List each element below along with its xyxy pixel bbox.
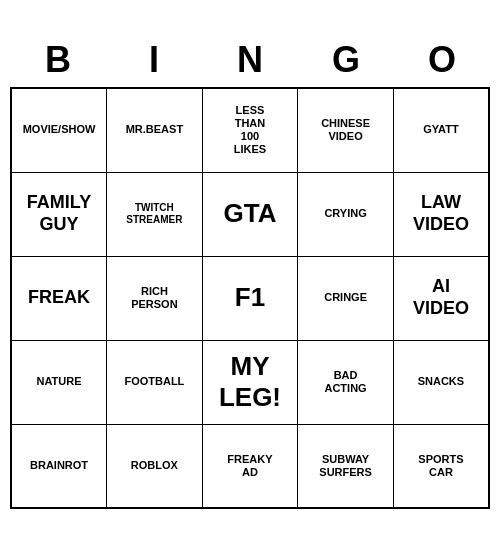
- bingo-grid: MOVIE/SHOWMR.BEASTLESSTHAN100LIKESCHINES…: [10, 87, 490, 509]
- cell-3-1: FOOTBALL: [107, 340, 203, 424]
- grid-row-3: NATUREFOOTBALLMYLEG!BADACTINGSNACKS: [11, 340, 489, 424]
- cell-4-4: SPORTSCAR: [393, 424, 489, 508]
- bingo-letter-n: N: [202, 35, 298, 85]
- cell-0-4: GYATT: [393, 88, 489, 172]
- cell-2-0: FREAK: [11, 256, 107, 340]
- cell-1-4: LAWVIDEO: [393, 172, 489, 256]
- cell-1-3: CRYING: [298, 172, 394, 256]
- cell-3-2: MYLEG!: [202, 340, 298, 424]
- cell-0-3: CHINESEVIDEO: [298, 88, 394, 172]
- bingo-letter-g: G: [298, 35, 394, 85]
- cell-3-3: BADACTING: [298, 340, 394, 424]
- grid-row-1: FAMILYGUYTWITCHSTREAMERGTACRYINGLAWVIDEO: [11, 172, 489, 256]
- bingo-letter-i: I: [106, 35, 202, 85]
- cell-2-3: CRINGE: [298, 256, 394, 340]
- cell-1-1: TWITCHSTREAMER: [107, 172, 203, 256]
- cell-0-1: MR.BEAST: [107, 88, 203, 172]
- bingo-card: BINGO MOVIE/SHOWMR.BEASTLESSTHAN100LIKES…: [10, 35, 490, 509]
- cell-4-3: SUBWAYSURFERS: [298, 424, 394, 508]
- cell-0-0: MOVIE/SHOW: [11, 88, 107, 172]
- grid-row-4: BRAINROTROBLOXFREAKYADSUBWAYSURFERSSPORT…: [11, 424, 489, 508]
- grid-row-2: FREAKRICHPERSONF1CRINGEAIVIDEO: [11, 256, 489, 340]
- cell-3-0: NATURE: [11, 340, 107, 424]
- cell-2-1: RICHPERSON: [107, 256, 203, 340]
- cell-4-1: ROBLOX: [107, 424, 203, 508]
- bingo-letter-o: O: [394, 35, 490, 85]
- cell-0-2: LESSTHAN100LIKES: [202, 88, 298, 172]
- cell-4-0: BRAINROT: [11, 424, 107, 508]
- bingo-letter-b: B: [10, 35, 106, 85]
- bingo-header: BINGO: [10, 35, 490, 85]
- cell-3-4: SNACKS: [393, 340, 489, 424]
- cell-4-2: FREAKYAD: [202, 424, 298, 508]
- cell-1-2: GTA: [202, 172, 298, 256]
- cell-2-4: AIVIDEO: [393, 256, 489, 340]
- cell-1-0: FAMILYGUY: [11, 172, 107, 256]
- grid-row-0: MOVIE/SHOWMR.BEASTLESSTHAN100LIKESCHINES…: [11, 88, 489, 172]
- cell-2-2: F1: [202, 256, 298, 340]
